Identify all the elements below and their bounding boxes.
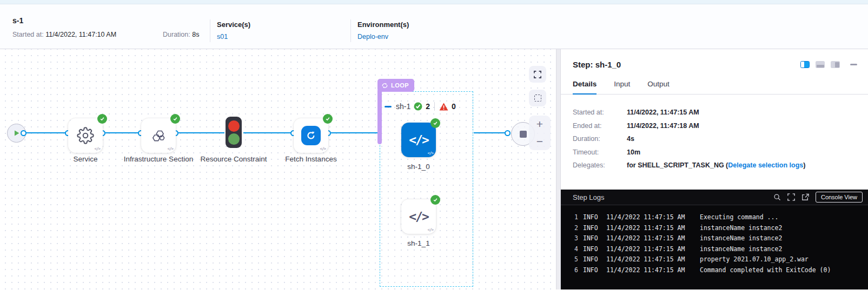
node-label: sh-1_1 <box>381 238 456 248</box>
tab-output[interactable]: Output <box>647 80 670 94</box>
edge <box>105 132 141 134</box>
edge <box>331 132 379 134</box>
header-divider <box>350 19 351 42</box>
node-label: Fetch Instances <box>273 154 349 164</box>
open-logs-new-tab-button[interactable] <box>798 191 812 203</box>
node-sh-1-0[interactable]: </> </> <box>401 123 436 157</box>
step-details-panel: Step: sh-1_0 Details Input Output Starte… <box>561 49 868 289</box>
success-badge <box>170 114 180 124</box>
node-label: Infrastructure Section <box>121 154 196 164</box>
collapse-group-button[interactable] <box>385 106 392 107</box>
log-line: 5INFO11/4/2022 11:47:15 AMproperty 2021.… <box>571 254 868 265</box>
tab-details[interactable]: Details <box>573 80 597 95</box>
panel-resize-handle[interactable] <box>556 49 561 289</box>
services-label: Service(s) <box>217 21 250 29</box>
step-logs-title: Step Logs <box>573 193 770 201</box>
code-glyph-icon: </> <box>167 146 173 151</box>
success-count-icon <box>414 102 422 111</box>
zoom-in-button[interactable]: + <box>536 119 543 129</box>
connector-dot <box>21 130 26 136</box>
loop-badge: LOOP <box>377 79 414 92</box>
expand-logs-button[interactable] <box>784 191 798 203</box>
node-infrastructure-section[interactable]: </> <box>141 118 176 153</box>
script-step-icon: </> <box>409 210 428 224</box>
detail-row: Timeout: 10m <box>573 149 856 156</box>
marquee-icon <box>534 95 541 102</box>
connector-dot <box>505 130 511 136</box>
edge <box>474 132 508 134</box>
loop-icon <box>381 82 388 89</box>
traffic-light-green <box>228 133 240 145</box>
environments-column: Environment(s) Deplo-env <box>357 21 409 41</box>
loop-group-header: sh-1 2 0 <box>385 102 456 111</box>
detail-row: Duration: 4s <box>573 135 856 143</box>
layout-minimized-drawer-button[interactable] <box>831 61 840 68</box>
node-sh-1-1[interactable]: </> </> <box>401 199 436 234</box>
check-icon <box>433 120 438 126</box>
duration: Duration: 8s <box>163 31 199 38</box>
log-line: 6INFO11/4/2022 11:47:15 AMCommand comple… <box>571 265 868 276</box>
environments-label: Environment(s) <box>357 21 409 29</box>
edge <box>25 132 68 134</box>
layout-right-drawer-button[interactable] <box>800 61 810 68</box>
loop-group-boundary <box>380 91 473 287</box>
console-view-button[interactable]: Console View <box>816 192 863 203</box>
node-service[interactable]: </> <box>68 118 103 153</box>
pipeline-canvas[interactable]: </> Service </> Infrastructure Section R… <box>0 49 556 289</box>
edge <box>243 132 294 134</box>
play-icon <box>13 130 20 137</box>
success-badge <box>430 195 440 205</box>
check-icon <box>325 116 330 122</box>
success-count: 2 <box>426 102 430 111</box>
step-panel-title: Step: sh-1_0 <box>573 60 800 69</box>
script-step-icon: </> <box>409 133 428 147</box>
node-fetch-instances[interactable]: </> <box>294 118 328 153</box>
hexagons-icon <box>150 127 167 144</box>
layout-bottom-drawer-button[interactable] <box>816 61 825 68</box>
code-glyph-icon: </> <box>94 146 100 151</box>
instances-refresh-icon <box>301 126 321 145</box>
environment-link[interactable]: Deplo-env <box>357 33 409 41</box>
traffic-light-red <box>228 120 240 132</box>
pipeline-name: s-1 <box>12 16 23 25</box>
node-label: Resource Constraint <box>196 154 271 164</box>
log-line: 4INFO11/4/2022 11:47:15 AMinstanceName i… <box>571 244 868 255</box>
check-icon <box>100 116 105 122</box>
minimize-panel-button[interactable] <box>850 64 857 65</box>
zoom-controls: + − <box>529 116 551 150</box>
check-icon <box>173 116 178 122</box>
code-glyph-icon: </> <box>320 146 326 151</box>
step-tabs: Details Input Output <box>561 80 868 95</box>
log-line: 3INFO11/4/2022 11:47:15 AMinstanceName i… <box>571 233 868 244</box>
code-glyph-icon: </> <box>427 151 433 156</box>
node-resource-constraint[interactable] <box>226 117 242 148</box>
search-logs-button[interactable] <box>770 191 784 203</box>
marquee-select-button[interactable] <box>529 90 546 106</box>
log-line: 1INFO11/4/2022 11:47:15 AMExecuting comm… <box>571 212 868 223</box>
stop-icon <box>520 131 527 138</box>
service-link[interactable]: s01 <box>217 33 250 41</box>
external-link-icon <box>801 193 809 201</box>
log-lines[interactable]: 1INFO11/4/2022 11:47:15 AMExecuting comm… <box>561 205 868 275</box>
execution-header: s-1 Started at: 11/4/2022, 11:47:10 AM D… <box>0 4 868 49</box>
node-label: sh-1_0 <box>381 161 456 172</box>
fullscreen-button[interactable] <box>529 66 546 83</box>
fullscreen-icon <box>534 71 541 78</box>
loop-accent-bar <box>377 90 382 144</box>
success-badge <box>430 118 440 128</box>
success-badge <box>97 114 107 124</box>
tab-input[interactable]: Input <box>614 80 630 94</box>
log-line: 2INFO11/4/2022 11:47:15 AMinstanceName i… <box>571 223 868 234</box>
count-divider <box>434 102 435 111</box>
delegate-selection-logs-link[interactable]: Delegate selection logs <box>728 161 803 169</box>
step-logs-header: Step Logs Console View <box>561 190 868 205</box>
check-icon <box>433 197 438 203</box>
node-label: Service <box>48 154 123 164</box>
failure-count: 0 <box>452 102 456 111</box>
failure-count-icon <box>439 103 448 111</box>
services-column: Service(s) s01 <box>217 21 250 41</box>
step-logs-console: Step Logs Console View <box>561 190 868 289</box>
started-at: Started at: 11/4/2022, 11:47:10 AM <box>12 31 116 38</box>
success-badge <box>323 114 333 124</box>
zoom-out-button[interactable]: − <box>536 137 543 146</box>
